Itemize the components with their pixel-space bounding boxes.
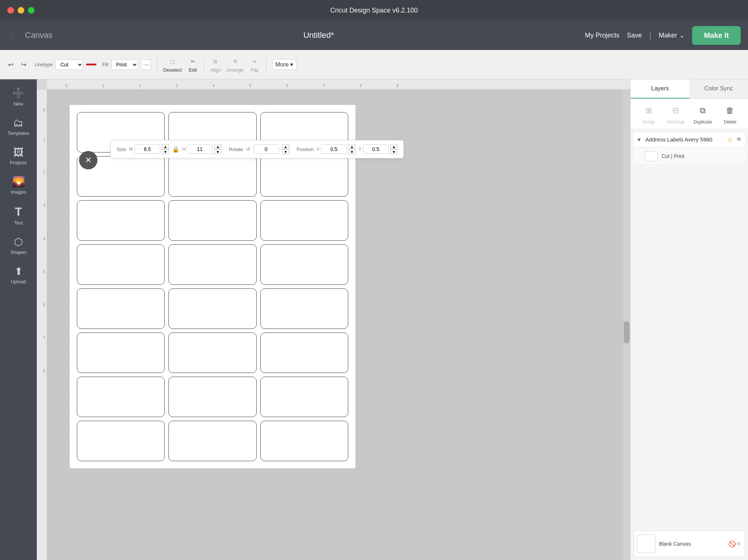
ruler-mark-4: 4 [213, 84, 215, 88]
w-label: W [129, 147, 133, 152]
duplicate-button[interactable]: ⧉ Duplicate [694, 103, 712, 125]
ruler-mark-0: 0 [65, 84, 68, 88]
fill-label: Fill [102, 62, 108, 67]
fill-remove-btn[interactable]: — [141, 60, 151, 70]
ungroup-label: UnGroup [667, 119, 685, 125]
width-down[interactable]: ▼ [162, 149, 169, 154]
templates-icon: 🗂 [13, 117, 24, 129]
fill-select[interactable]: Print None [111, 60, 138, 70]
y-down[interactable]: ▼ [390, 149, 398, 154]
linetype-color-swatch[interactable] [86, 64, 96, 65]
close-dot[interactable] [7, 7, 14, 14]
more-button[interactable]: More ▾ [272, 59, 297, 70]
sidebar-images-label: Images [11, 189, 26, 195]
sidebar-item-new[interactable]: ➕ New [2, 83, 35, 111]
undo-redo-group: ↩ ↪ [6, 58, 29, 71]
scroll-handle[interactable] [624, 321, 630, 343]
y-up[interactable]: ▲ [390, 144, 398, 149]
delete-icon: 🗑 [721, 103, 739, 118]
delete-button[interactable]: 🗑 Delete [721, 103, 739, 125]
sidebar-shapes-label: Shapes [10, 250, 26, 255]
ruler-mark-5: 5 [249, 84, 252, 88]
layer-visibility-icon[interactable]: 👁 [736, 136, 742, 143]
canvas-content[interactable] [47, 90, 630, 560]
ungroup-button: ⊟ UnGroup [667, 103, 685, 125]
images-icon: 🌄 [12, 176, 25, 188]
lock-icon[interactable]: 🔒 [172, 146, 179, 153]
rotate-label: Rotate [229, 147, 243, 152]
blank-canvas-row[interactable]: Blank Canvas 🚫👁 [634, 531, 745, 557]
sidebar-new-label: New [14, 101, 23, 107]
x-down[interactable]: ▼ [348, 149, 356, 154]
save-button[interactable]: Save [627, 32, 642, 39]
arrange-button: ⧉ Arrange [227, 56, 243, 73]
ruler-v-mark-7: 7 [43, 336, 45, 340]
group-label: Group [642, 119, 655, 125]
height-up[interactable]: ▲ [214, 144, 221, 149]
deselect-button[interactable]: ⬚ Deselect [163, 56, 182, 73]
maximize-dot[interactable] [28, 7, 35, 14]
x-stepper[interactable]: ▲ ▼ [348, 144, 356, 154]
linetype-select[interactable]: Cut Draw Score [56, 60, 83, 70]
sidebar-item-text[interactable]: T Text [2, 201, 35, 230]
layer-warning-icon: ⚠ [727, 136, 733, 143]
sidebar-item-templates[interactable]: 🗂 Templates [2, 112, 35, 140]
width-stepper[interactable]: ▲ ▼ [162, 144, 169, 154]
sidebar-item-upload[interactable]: ⬆ Upload [2, 261, 35, 289]
layer-sub-item[interactable]: Cut | Print [634, 148, 745, 164]
fill-group: Fill Print None — [102, 60, 151, 70]
header: ☰ Canvas Untitled* My Projects Save | Ma… [0, 21, 748, 50]
tab-color-sync[interactable]: Color Sync [690, 79, 748, 98]
sidebar-item-shapes[interactable]: ⬡ Shapes [2, 231, 35, 259]
edit-button[interactable]: ✂ Edit [188, 56, 198, 73]
toolbar-divider-2 [204, 57, 204, 72]
label-cell [77, 288, 165, 329]
h-label: H [182, 147, 186, 152]
machine-chevron-icon: ⌄ [679, 31, 685, 39]
sidebar-item-images[interactable]: 🌄 Images [2, 171, 35, 199]
rotate-up[interactable]: ▲ [282, 144, 289, 149]
y-input[interactable] [363, 144, 389, 154]
ruler-v-mark-3: 3 [43, 204, 45, 208]
width-input[interactable] [135, 144, 160, 154]
blank-canvas-label: Blank Canvas [659, 541, 725, 547]
ruler-v-mark-1: 1 [43, 137, 45, 141]
machine-selector[interactable]: Maker ⌄ [659, 31, 685, 39]
canvas-wrapper[interactable]: 0 1 2 3 4 5 6 7 8 9 0 1 2 3 4 5 6 7 8 [37, 79, 630, 560]
width-up[interactable]: ▲ [162, 144, 169, 149]
deselect-label: Deselect [163, 67, 182, 73]
layer-sub-label: Cut | Print [662, 153, 684, 159]
label-cell [168, 421, 256, 461]
redo-button[interactable]: ↪ [19, 58, 29, 71]
layer-item-main[interactable]: ▼ Address Labels Avery 5960 ⚠ 👁 [634, 132, 745, 147]
height-down[interactable]: ▼ [214, 149, 221, 154]
x-input[interactable] [321, 144, 347, 154]
height-input[interactable] [187, 144, 213, 154]
main-layout: ➕ New 🗂 Templates 🖼 Projects 🌄 Images T … [0, 79, 748, 560]
y-stepper[interactable]: ▲ ▼ [390, 144, 398, 154]
rotate-input[interactable] [253, 144, 279, 154]
layer-expand-icon[interactable]: ▼ [637, 137, 642, 143]
sidebar-upload-label: Upload [11, 279, 26, 284]
close-selection-button[interactable]: ✕ [79, 151, 97, 169]
canvas-scrollbar[interactable] [623, 90, 630, 560]
tab-layers[interactable]: Layers [631, 79, 690, 98]
edit-label: Edit [189, 67, 197, 73]
sidebar-item-projects[interactable]: 🖼 Projects [2, 142, 35, 170]
more-label: More ▾ [275, 61, 293, 68]
project-title[interactable]: Untitled* [60, 30, 578, 40]
rotate-down[interactable]: ▼ [282, 149, 289, 154]
label-cell [77, 244, 165, 285]
height-field: H ▲ ▼ [182, 144, 222, 154]
make-it-button[interactable]: Make It [692, 26, 741, 45]
menu-button[interactable]: ☰ [7, 29, 18, 42]
x-up[interactable]: ▲ [348, 144, 356, 149]
undo-button[interactable]: ↩ [6, 58, 16, 71]
height-stepper[interactable]: ▲ ▼ [214, 144, 221, 154]
toolbar-divider-1 [157, 57, 157, 72]
minimize-dot[interactable] [18, 7, 24, 14]
rotate-stepper[interactable]: ▲ ▼ [282, 144, 289, 154]
canvas-page [69, 104, 356, 469]
blank-canvas-hidden-icon[interactable]: 🚫👁 [729, 541, 742, 548]
my-projects-link[interactable]: My Projects [585, 32, 619, 39]
